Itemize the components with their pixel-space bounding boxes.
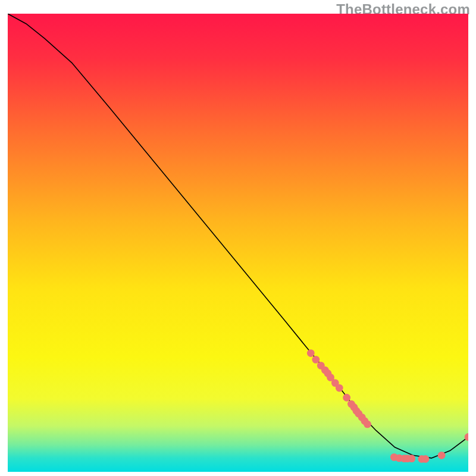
data-point	[408, 455, 415, 462]
bottleneck-chart	[8, 14, 468, 472]
data-point	[343, 394, 350, 402]
data-point	[312, 356, 320, 364]
data-point	[438, 452, 446, 459]
data-point	[307, 349, 315, 357]
chart-background	[8, 14, 468, 472]
data-point	[336, 384, 343, 392]
data-point	[422, 455, 430, 463]
data-point	[364, 421, 371, 428]
chart-container: TheBottleneck.com	[0, 0, 476, 476]
